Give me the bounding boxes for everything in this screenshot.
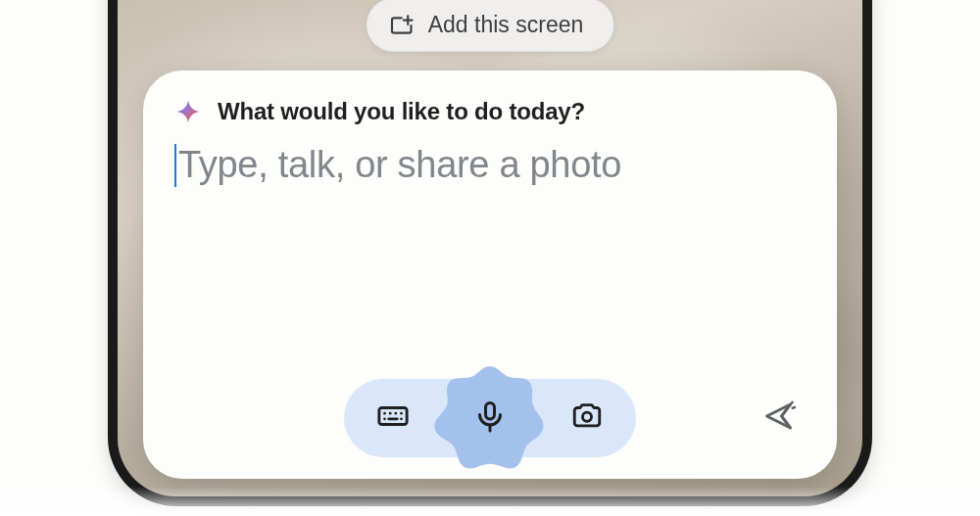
add-this-screen-chip[interactable]: Add this screen	[367, 0, 614, 52]
keyboard-icon	[376, 399, 410, 437]
text-cursor	[174, 144, 176, 187]
prompt-heading: What would you like to do today?	[218, 98, 585, 125]
spark-icon	[174, 98, 202, 125]
chip-label: Add this screen	[428, 12, 584, 38]
microphone-icon	[472, 399, 508, 438]
attach-screen-icon	[389, 13, 415, 38]
assistant-input-card: What would you like to do today? Type, t…	[143, 70, 837, 479]
input-mode-group	[344, 379, 636, 457]
send-icon	[762, 399, 798, 438]
microphone-button[interactable]	[436, 387, 544, 449]
svg-rect-1	[486, 403, 495, 420]
camera-button[interactable]	[552, 387, 622, 449]
camera-icon	[570, 399, 604, 437]
phone-frame: Add this screen	[108, 0, 872, 506]
action-row	[174, 379, 806, 457]
svg-point-3	[582, 412, 591, 421]
keyboard-button[interactable]	[358, 387, 428, 449]
send-button[interactable]	[755, 393, 806, 444]
input-placeholder: Type, talk, or share a photo	[178, 143, 621, 188]
text-input[interactable]: Type, talk, or share a photo	[174, 143, 806, 188]
card-header: What would you like to do today?	[174, 98, 806, 125]
phone-screen: Add this screen	[118, 0, 862, 496]
svg-rect-0	[379, 408, 407, 425]
